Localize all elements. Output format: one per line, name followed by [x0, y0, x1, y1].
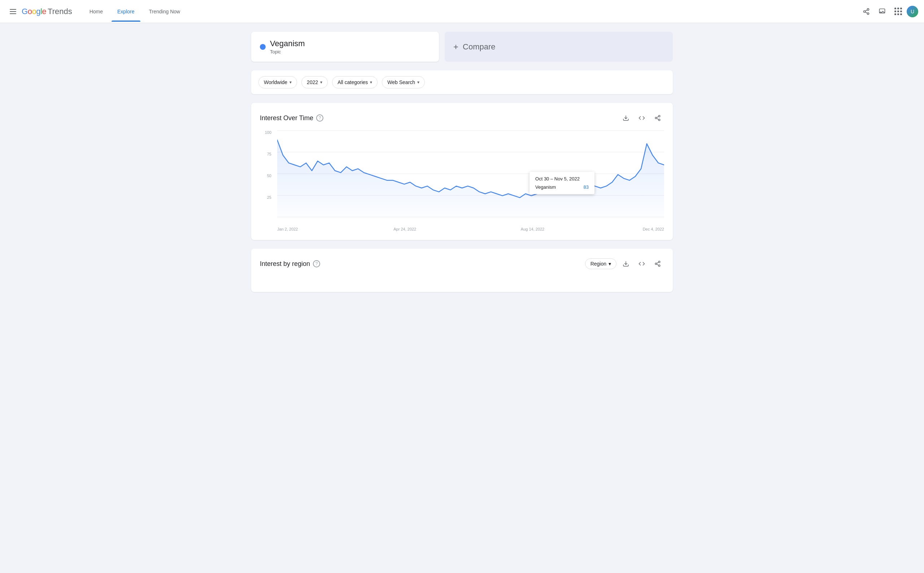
region-embed-button[interactable]: [635, 257, 648, 270]
search-type-filter[interactable]: Web Search ▾: [382, 76, 425, 88]
svg-point-7: [658, 116, 660, 117]
avatar[interactable]: U: [907, 6, 918, 17]
help-question-mark: ?: [319, 116, 321, 121]
chart-container[interactable]: 100 75 50 25: [260, 130, 664, 231]
region-view-selector[interactable]: Region ▾: [585, 258, 617, 269]
compare-button[interactable]: + Compare: [445, 32, 673, 62]
category-filter[interactable]: All categories ▾: [332, 76, 377, 88]
term-info: Veganism Topic: [270, 39, 305, 55]
svg-line-4: [865, 10, 867, 11]
search-type-label: Web Search: [387, 79, 415, 85]
region-help-icon[interactable]: ?: [313, 260, 320, 268]
region-help-question: ?: [315, 261, 318, 266]
category-label: All categories: [337, 79, 368, 85]
x-label-apr: Apr 24, 2022: [393, 227, 416, 231]
svg-point-0: [867, 8, 869, 10]
chart-plot-area: Oct 30 – Nov 5, 2022 Veganism 83: [277, 130, 664, 217]
x-label-dec: Dec 4, 2022: [643, 227, 664, 231]
main-nav: Home Explore Trending Now: [84, 6, 859, 17]
year-chevron: ▾: [320, 80, 322, 85]
plus-icon: +: [453, 42, 458, 52]
x-label-jan: Jan 2, 2022: [277, 227, 298, 231]
svg-point-2: [867, 13, 869, 14]
nav-home[interactable]: Home: [84, 6, 109, 17]
year-label: 2022: [307, 79, 318, 85]
svg-point-9: [658, 119, 660, 121]
hamburger-icon: [10, 9, 16, 14]
apps-button[interactable]: [891, 4, 905, 19]
term-type: Topic: [270, 49, 305, 55]
grid-apps-icon: [894, 8, 902, 15]
region-share-button[interactable]: [651, 257, 664, 270]
svg-line-10: [656, 118, 658, 119]
svg-point-8: [655, 117, 657, 119]
search-area: Veganism Topic + Compare: [251, 32, 673, 62]
logo-link[interactable]: Google Trends: [22, 7, 72, 16]
grid-line-0: [277, 217, 664, 217]
svg-line-16: [656, 264, 658, 265]
chart-y-labels: 100 75 50 25: [260, 130, 274, 217]
region-embed-icon: [639, 260, 645, 267]
share-icon: [863, 8, 870, 15]
chart-title: Interest Over Time: [260, 114, 313, 122]
region-selector-label: Region: [590, 261, 606, 267]
svg-line-17: [656, 262, 658, 263]
svg-point-13: [658, 261, 660, 263]
download-icon: [623, 115, 629, 121]
app-header: Google Trends Home Explore Trending Now: [0, 0, 924, 23]
search-type-chevron: ▾: [417, 80, 420, 85]
y-label-75: 75: [260, 152, 274, 156]
svg-line-11: [656, 117, 658, 117]
search-term-card: Veganism Topic: [251, 32, 439, 62]
feedback-button[interactable]: [875, 4, 890, 19]
main-content: Veganism Topic + Compare Worldwide ▾ 202…: [246, 23, 678, 301]
chart-help-icon[interactable]: ?: [316, 114, 323, 122]
share-chart-icon: [655, 115, 661, 121]
region-label: Worldwide: [264, 79, 287, 85]
category-chevron: ▾: [370, 80, 372, 85]
svg-point-14: [655, 263, 657, 265]
interest-over-time-card: Interest Over Time ?: [251, 103, 673, 240]
region-share-icon: [655, 260, 661, 267]
y-label-100: 100: [260, 130, 274, 135]
trends-wordmark: Trends: [48, 7, 72, 16]
region-title: Interest by region: [260, 260, 310, 268]
chart-embed-button[interactable]: [635, 111, 648, 124]
google-wordmark: Google: [22, 7, 46, 16]
chart-download-button[interactable]: [619, 111, 633, 124]
embed-icon: [639, 115, 645, 121]
region-title-area: Interest by region ?: [260, 260, 320, 268]
menu-button[interactable]: [6, 4, 20, 19]
compare-label: Compare: [463, 42, 495, 52]
chart-svg: [277, 130, 664, 217]
chart-card-header: Interest Over Time ?: [260, 111, 664, 124]
nav-explore[interactable]: Explore: [111, 6, 140, 17]
y-label-50: 50: [260, 174, 274, 178]
region-chevron: ▾: [290, 80, 291, 85]
term-color-dot: [260, 44, 266, 50]
chart-share-button[interactable]: [651, 111, 664, 124]
year-filter[interactable]: 2022 ▾: [301, 76, 328, 88]
y-label-25: 25: [260, 195, 274, 200]
chart-actions: [619, 111, 664, 124]
svg-point-1: [864, 11, 866, 12]
interest-by-region-card: Interest by region ? Region ▾: [251, 249, 673, 292]
svg-line-3: [865, 12, 867, 13]
region-filter[interactable]: Worldwide ▾: [258, 76, 297, 88]
x-label-aug: Aug 14, 2022: [521, 227, 544, 231]
region-download-icon: [623, 260, 629, 267]
header-actions: U: [859, 4, 918, 19]
svg-point-15: [658, 265, 660, 267]
region-selector-chevron: ▾: [609, 261, 611, 267]
region-card-header: Interest by region ? Region ▾: [260, 257, 664, 270]
term-name: Veganism: [270, 39, 305, 49]
share-button[interactable]: [859, 4, 874, 19]
filters-row: Worldwide ▾ 2022 ▾ All categories ▾ Web …: [251, 70, 673, 94]
region-download-button[interactable]: [619, 257, 633, 270]
nav-trending[interactable]: Trending Now: [143, 6, 186, 17]
chart-title-area: Interest Over Time ?: [260, 114, 323, 122]
feedback-icon: [879, 8, 886, 15]
chart-x-labels: Jan 2, 2022 Apr 24, 2022 Aug 14, 2022 De…: [277, 218, 664, 231]
